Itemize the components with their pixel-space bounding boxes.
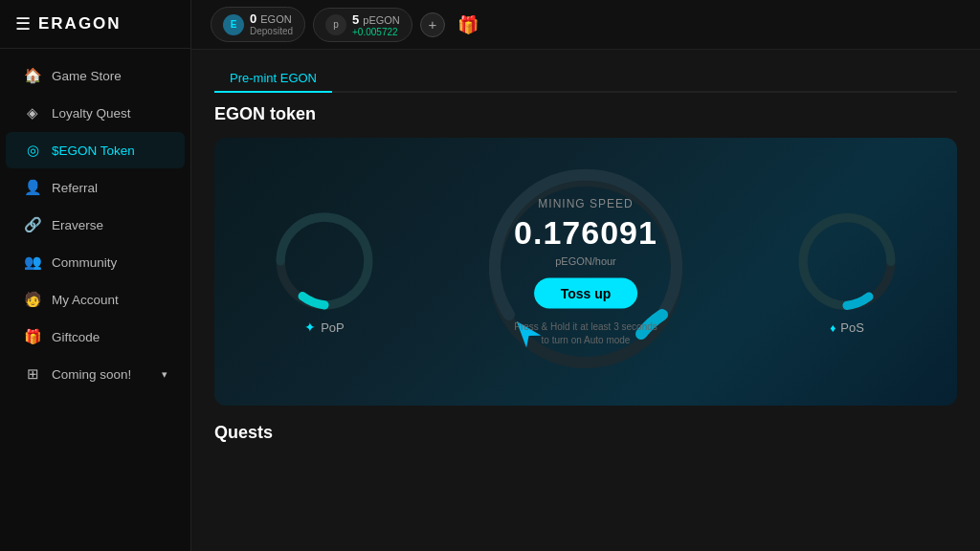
sidebar-item-community[interactable]: 👥 Community	[6, 244, 185, 280]
sidebar-item-game-store[interactable]: 🏠 Game Store	[6, 57, 185, 94]
menu-icon[interactable]: ☰	[15, 13, 31, 34]
logo-container: ☰ ERAGON	[0, 0, 190, 49]
egon-amount: 0	[250, 11, 256, 27]
gift-icon: 🎁	[23, 328, 42, 345]
toss-hint: Press & Hold it at least 3 seconds to tu…	[514, 320, 657, 347]
pegon-pill[interactable]: p 5 pEGON +0.005722	[313, 8, 412, 42]
page-title: EGON token	[214, 104, 957, 124]
pegon-label: pEGON	[363, 14, 400, 26]
mining-value: 0.176091	[514, 214, 657, 252]
sidebar: ☰ ERAGON 🏠 Game Store ◈ Loyalty Quest ◎ …	[0, 0, 191, 551]
app-title: ERAGON	[38, 14, 122, 33]
egon-label: EGON	[260, 13, 291, 26]
pos-arc-svg	[794, 209, 900, 315]
add-button[interactable]: +	[420, 12, 445, 37]
community-icon: 👥	[23, 253, 42, 271]
sidebar-item-label: $EGON Token	[52, 143, 135, 158]
account-icon: 🧑	[23, 291, 42, 308]
sidebar-item-label: Coming soon!	[52, 367, 131, 382]
page-content: Pre-mint EGON EGON token ✦ PoP	[191, 50, 980, 551]
toss-hint-line1: Press & Hold it at least 3 seconds	[514, 321, 657, 332]
home-icon: 🏠	[23, 67, 42, 84]
main-content: E 0 EGON Deposited p 5 pEGON +0.005722 +…	[191, 0, 980, 551]
egon-pill[interactable]: E 0 EGON Deposited	[211, 7, 305, 43]
quests-title: Quests	[214, 423, 957, 443]
sidebar-item-giftcode[interactable]: 🎁 Giftcode	[6, 319, 185, 355]
sidebar-item-coming-soon[interactable]: ⊞ Coming soon! ▾	[6, 356, 185, 392]
sidebar-item-label: Giftcode	[52, 330, 100, 344]
toss-up-button[interactable]: Toss up	[534, 278, 638, 309]
sidebar-item-referral[interactable]: 👤 Referral	[6, 169, 185, 206]
sidebar-item-label: My Account	[52, 293, 119, 307]
grid-icon: ⊞	[23, 365, 42, 383]
tab-bar: Pre-mint EGON	[214, 65, 957, 93]
pos-gauge: ♦ PoS	[794, 209, 900, 335]
pop-label: PoP	[321, 320, 345, 335]
sidebar-item-label: Eraverse	[52, 218, 103, 232]
pop-gauge: ✦ PoP	[272, 209, 377, 335]
chevron-down-icon: ▾	[162, 368, 167, 381]
sidebar-item-egon-token[interactable]: ◎ $EGON Token	[6, 132, 185, 168]
sidebar-item-loyalty-quest[interactable]: ◈ Loyalty Quest	[6, 95, 185, 131]
pop-label-container: ✦ PoP	[304, 320, 345, 335]
egon-icon: ◎	[23, 142, 42, 159]
pop-arc-svg	[272, 209, 377, 314]
quest-icon: ◈	[23, 104, 42, 121]
star-icon: ✦	[304, 320, 316, 335]
pegon-coin-icon: p	[325, 14, 346, 35]
gauge-container: ✦ PoP	[214, 138, 957, 406]
toss-hint-line2: to turn on Auto mode	[542, 335, 631, 345]
sidebar-item-label: Community	[52, 255, 117, 270]
sidebar-nav: 🏠 Game Store ◈ Loyalty Quest ◎ $EGON Tok…	[0, 49, 190, 551]
egon-coin-icon: E	[223, 14, 244, 35]
sidebar-item-label: Referral	[52, 181, 98, 195]
egon-sub: Deposited	[250, 26, 293, 37]
pos-label: PoS	[840, 320, 864, 335]
sidebar-item-my-account[interactable]: 🧑 My Account	[6, 281, 185, 318]
sidebar-item-label: Loyalty Quest	[52, 106, 131, 121]
mining-widget: ✦ PoP	[214, 138, 957, 406]
sidebar-item-label: Game Store	[52, 69, 122, 83]
eraverse-icon: 🔗	[23, 216, 42, 233]
tab-pre-mint[interactable]: Pre-mint EGON	[214, 65, 332, 93]
pos-label-container: ♦ PoS	[830, 320, 864, 335]
center-panel: Mining Speed 0.176091 pEGON/hour Toss up…	[514, 197, 657, 347]
sidebar-item-eraverse[interactable]: 🔗 Eraverse	[6, 207, 185, 243]
mining-speed-label: Mining Speed	[538, 197, 633, 210]
gift-button[interactable]: 🎁	[453, 10, 483, 40]
pegon-amount: 5	[352, 12, 359, 27]
diamond-icon: ♦	[830, 320, 835, 334]
pegon-sub: +0.005722	[352, 27, 400, 37]
topbar: E 0 EGON Deposited p 5 pEGON +0.005722 +…	[191, 0, 980, 50]
pegon-per-hour: pEGON/hour	[555, 255, 616, 267]
referral-icon: 👤	[23, 179, 42, 196]
